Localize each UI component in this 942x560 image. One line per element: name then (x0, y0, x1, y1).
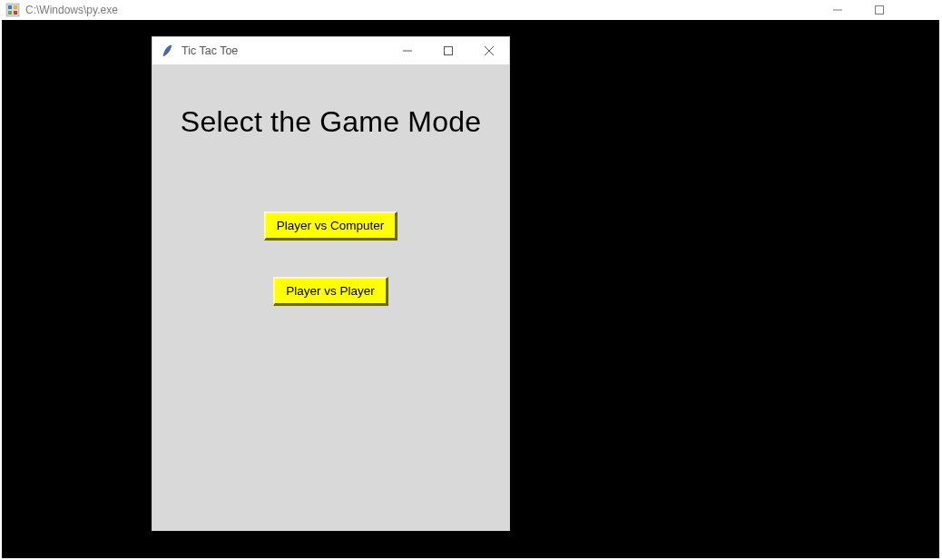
outer-window-title: C:\Windows\py.exe (25, 4, 817, 16)
svg-rect-2 (14, 5, 17, 9)
inner-maximize-button[interactable] (427, 37, 468, 64)
player-vs-player-button[interactable]: Player vs Player (273, 277, 388, 306)
svg-rect-10 (444, 47, 452, 55)
outer-console-window: C:\Windows\py.exe Tic Tac To (0, 0, 942, 560)
outer-titlebar: C:\Windows\py.exe (0, 0, 942, 20)
player-vs-computer-button[interactable]: Player vs Computer (264, 211, 398, 241)
inner-minimize-button[interactable] (387, 37, 427, 64)
inner-window-title: Tic Tac Toe (182, 44, 387, 57)
svg-rect-4 (14, 11, 17, 15)
python-launcher-icon (5, 3, 20, 17)
inner-close-button[interactable] (468, 37, 509, 64)
outer-window-controls (817, 0, 942, 20)
page-heading: Select the Game Mode (181, 105, 481, 139)
tkinter-app-window: Tic Tac Toe Select the Game Mode Player … (152, 36, 510, 531)
outer-maximize-button[interactable] (859, 0, 900, 20)
console-content-area: Tic Tac Toe Select the Game Mode Player … (2, 20, 939, 558)
svg-rect-6 (876, 6, 884, 15)
outer-minimize-button[interactable] (817, 0, 859, 20)
svg-rect-1 (8, 5, 12, 9)
feather-icon (160, 44, 174, 58)
inner-window-controls (387, 37, 509, 64)
svg-rect-3 (8, 11, 12, 15)
app-content-area: Select the Game Mode Player vs Computer … (152, 64, 509, 530)
inner-titlebar: Tic Tac Toe (152, 37, 509, 64)
